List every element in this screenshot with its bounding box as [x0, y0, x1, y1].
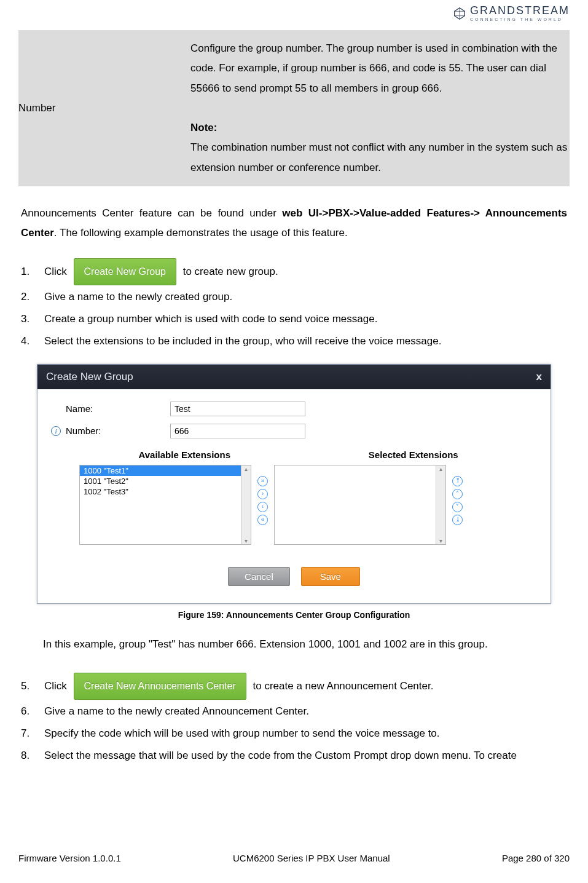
list-item[interactable]: 1000 "Test1"	[80, 465, 251, 476]
example-paragraph: In this example, group "Test" has number…	[43, 635, 551, 654]
step-text: Give a name to the newly created group.	[44, 287, 232, 307]
move-left-button[interactable]: ‹	[257, 502, 268, 512]
step-number: 7.	[21, 723, 34, 744]
step-number: 4.	[21, 331, 34, 352]
step-text: Specify the code which will be used with…	[44, 723, 440, 744]
param-note-text: The combination number must not conflict…	[190, 141, 567, 173]
step-text: Select the message that will be used by …	[44, 745, 517, 766]
brand-tagline: CONNECTING THE WORLD	[470, 17, 570, 22]
dialog-titlebar: Create New Group x	[37, 365, 551, 389]
step-text: Click Create New Annoucements Center to …	[44, 673, 433, 700]
step-number: 8.	[21, 745, 34, 766]
step-item: 7. Specify the code which will be used w…	[21, 723, 567, 744]
cancel-button[interactable]: Cancel	[228, 567, 290, 586]
figure-caption: Figure 159: Announcements Center Group C…	[18, 610, 570, 620]
create-group-dialog: Create New Group x Name: i Number: Avail…	[37, 364, 551, 604]
lists-row: 1000 "Test1" 1001 "Test2" 1002 "Test3" ▴…	[51, 465, 537, 545]
step-item: 1. Click Create New Group to create new …	[21, 258, 567, 285]
create-new-announcements-center-button[interactable]: Create New Annoucements Center	[74, 673, 246, 700]
param-desc-text: Configure the group number. The group nu…	[190, 42, 557, 94]
name-input[interactable]	[170, 402, 305, 416]
create-new-group-button[interactable]: Create New Group	[74, 258, 176, 285]
dialog-title-text: Create New Group	[46, 371, 133, 383]
step-item: 2. Give a name to the newly created grou…	[21, 287, 567, 307]
intro-pre: Announcements Center feature can be foun…	[21, 207, 282, 219]
number-label: Number:	[66, 426, 170, 436]
footer-firmware: Firmware Version 1.0.0.1	[18, 853, 121, 863]
step-text: Give a name to the newly created Announc…	[44, 701, 309, 722]
step-number: 6.	[21, 701, 34, 722]
steps-list-1: 1. Click Create New Group to create new …	[21, 258, 567, 352]
step-text: Create a group number which is used with…	[44, 309, 377, 330]
step-item: 8. Select the message that will be used …	[21, 745, 567, 766]
info-icon[interactable]: i	[51, 426, 61, 436]
form-row-name: Name:	[51, 402, 537, 416]
move-down-button[interactable]: ˅	[452, 502, 463, 512]
move-all-left-button[interactable]: «	[257, 515, 268, 525]
step-item: 5. Click Create New Annoucements Center …	[21, 673, 567, 700]
chevron-down-icon: ▾	[439, 537, 442, 544]
move-right-button[interactable]: ›	[257, 489, 268, 499]
param-description: Configure the group number. The group nu…	[184, 30, 570, 186]
chevron-down-icon: ▾	[245, 537, 248, 544]
number-input[interactable]	[170, 424, 305, 438]
selected-extensions-list[interactable]: ▴▾	[274, 465, 446, 545]
available-header: Available Extensions	[79, 449, 290, 460]
intro-paragraph: Announcements Center feature can be foun…	[21, 204, 567, 244]
step-item: 3. Create a group number which is used w…	[21, 309, 567, 330]
step-item: 4. Select the extensions to be included …	[21, 331, 567, 352]
page-header: GRANDSTREAM CONNECTING THE WORLD	[18, 0, 570, 30]
move-bottom-button[interactable]: ⤓	[452, 515, 463, 525]
param-name: Number	[18, 30, 184, 186]
available-extensions-list[interactable]: 1000 "Test1" 1001 "Test2" 1002 "Test3" ▴…	[79, 465, 251, 545]
steps-list-2: 5. Click Create New Annoucements Center …	[21, 673, 567, 766]
step-number: 5.	[21, 676, 34, 697]
step-item: 6. Give a name to the newly created Anno…	[21, 701, 567, 722]
step-number: 2.	[21, 287, 34, 307]
brand-name: GRANDSTREAM	[470, 5, 570, 16]
brand-logo: GRANDSTREAM CONNECTING THE WORLD	[453, 5, 570, 22]
list-item[interactable]: 1002 "Test3"	[80, 486, 251, 497]
page-footer: Firmware Version 1.0.0.1 UCM6200 Series …	[18, 853, 570, 863]
scrollbar[interactable]: ▴▾	[241, 465, 251, 544]
form-row-number: i Number:	[51, 424, 537, 438]
step-text: Select the extensions to be included in …	[44, 331, 441, 352]
move-all-right-button[interactable]: »	[257, 476, 268, 486]
lists-header: Available Extensions Selected Extensions	[51, 449, 537, 460]
name-label: Name:	[66, 403, 170, 414]
param-note-label: Note:	[190, 122, 217, 133]
scrollbar[interactable]: ▴▾	[436, 465, 445, 544]
step-text: Click Create New Group to create new gro…	[44, 258, 278, 285]
chevron-up-icon: ▴	[245, 465, 248, 472]
transfer-buttons: » › ‹ «	[257, 476, 268, 525]
save-button[interactable]: Save	[301, 567, 360, 586]
parameter-table: Number Configure the group number. The g…	[18, 30, 570, 186]
intro-post: . The following example demonstrates the…	[54, 227, 348, 239]
move-top-button[interactable]: ⤒	[452, 476, 463, 486]
move-up-button[interactable]: ˄	[452, 489, 463, 499]
step-number: 3.	[21, 309, 34, 330]
step-number: 1.	[21, 261, 34, 282]
footer-page: Page 280 of 320	[502, 853, 570, 863]
brand-logo-icon	[453, 7, 466, 20]
footer-title: UCM6200 Series IP PBX User Manual	[233, 853, 390, 863]
dialog-actions: Cancel Save	[51, 567, 537, 586]
chevron-up-icon: ▴	[439, 465, 442, 472]
selected-header: Selected Extensions	[308, 449, 519, 460]
list-item[interactable]: 1001 "Test2"	[80, 476, 251, 486]
reorder-buttons: ⤒ ˄ ˅ ⤓	[452, 476, 463, 525]
dialog-close-button[interactable]: x	[536, 371, 542, 383]
